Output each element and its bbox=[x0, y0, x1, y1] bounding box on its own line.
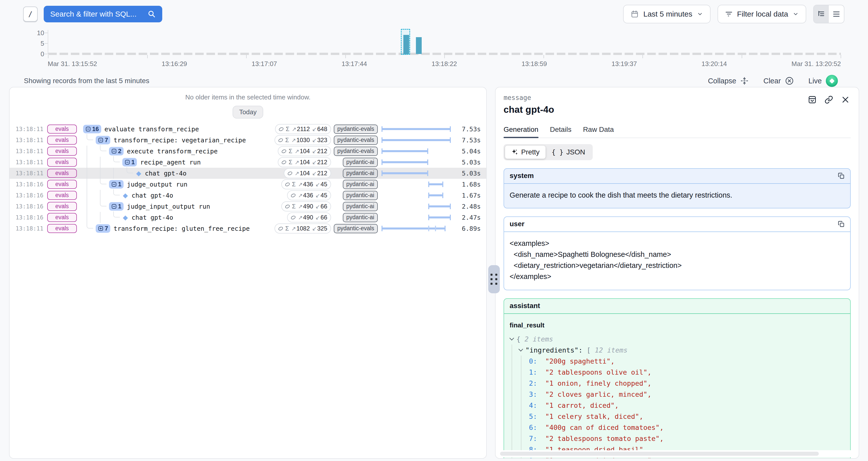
service-badge[interactable]: pydantic-evals bbox=[334, 125, 378, 134]
chart-x-tick-label: 13:18:22 bbox=[432, 60, 457, 68]
evals-tag-badge[interactable]: evals bbox=[47, 135, 77, 145]
token-usage-chip[interactable]: ↗490↙66 bbox=[287, 212, 331, 222]
trace-row[interactable]: 13:18:11evals1recipe_agent runΣ↗104↙212p… bbox=[9, 157, 486, 168]
evals-tag-badge[interactable]: evals bbox=[47, 213, 77, 222]
output-tokens-arrow-icon: ↙ bbox=[315, 214, 320, 221]
waterfall-bar[interactable] bbox=[428, 205, 451, 207]
waterfall-bar[interactable] bbox=[381, 161, 428, 163]
waterfall-bar[interactable] bbox=[381, 150, 428, 152]
chart-y-tick bbox=[45, 33, 48, 33]
trace-row[interactable]: 13:18:16evals◆chat gpt-4o↗490↙66pydantic… bbox=[9, 212, 486, 223]
trace-row[interactable]: 13:18:11evals7transform_recipe: vegetari… bbox=[9, 134, 486, 146]
trace-row[interactable]: 13:18:16evals◆chat gpt-4o↗436↙45pydantic… bbox=[9, 190, 486, 201]
link-icon[interactable] bbox=[825, 95, 833, 104]
chevron-expanded-icon[interactable] bbox=[509, 336, 514, 340]
span-name: transform_recipe: vegetarian_recipe bbox=[114, 136, 246, 144]
token-usage-chip[interactable]: ↗104↙212 bbox=[284, 168, 331, 178]
waterfall-bar[interactable] bbox=[381, 139, 451, 141]
trace-row[interactable]: 13:18:16evals1judge_output runΣ↗436↙45py… bbox=[9, 179, 486, 190]
service-badge[interactable]: pydantic-ai bbox=[343, 169, 378, 178]
token-usage-chip[interactable]: Σ↗2112↙648 bbox=[275, 124, 331, 134]
token-usage-chip[interactable]: ↗436↙45 bbox=[287, 190, 331, 201]
live-toggle[interactable]: Live bbox=[808, 75, 838, 87]
collapse-children-chip[interactable]: 1 bbox=[109, 202, 124, 211]
list-view-toggle[interactable] bbox=[829, 5, 844, 23]
json-colon: : bbox=[579, 346, 587, 354]
service-badge[interactable]: pydantic-ai bbox=[343, 158, 378, 167]
service-badge[interactable]: pydantic-ai bbox=[343, 180, 378, 189]
evals-tag-badge[interactable]: evals bbox=[47, 191, 77, 200]
scrollbar-thumb[interactable] bbox=[500, 452, 819, 456]
evals-tag-badge[interactable]: evals bbox=[47, 125, 77, 133]
tab-details[interactable]: Details bbox=[550, 126, 571, 137]
trace-row[interactable]: 13:18:11evals7transform_recipe: gluten_f… bbox=[9, 223, 486, 234]
json-array-index: 3: bbox=[529, 391, 537, 398]
token-usage-chip[interactable]: Σ↗104↙212 bbox=[278, 157, 331, 167]
trace-row[interactable]: 13:18:11evals◆chat gpt-4o↗104↙212pydanti… bbox=[9, 168, 486, 179]
service-badge[interactable]: pydantic-evals bbox=[334, 224, 378, 233]
copy-icon[interactable] bbox=[838, 220, 845, 227]
panel-resize-handle[interactable] bbox=[488, 265, 500, 293]
service-badge[interactable]: pydantic-evals bbox=[334, 147, 378, 156]
evals-tag-badge[interactable]: evals bbox=[47, 180, 77, 189]
json-toggle-button[interactable]: { } JSON bbox=[546, 146, 591, 159]
chevron-expanded-icon[interactable] bbox=[518, 347, 523, 351]
token-usage-chip[interactable]: Σ↗490↙66 bbox=[281, 202, 331, 211]
row-tag-cell: evals bbox=[47, 125, 83, 133]
sigma-aggregate-icon: Σ bbox=[285, 136, 289, 144]
output-tokens: ↙212 bbox=[312, 148, 327, 155]
collapse-children-chip[interactable]: 7 bbox=[96, 136, 110, 144]
filter-local-data-dropdown[interactable]: Filter local data bbox=[718, 5, 806, 23]
token-usage-chip[interactable]: Σ↗104↙212 bbox=[278, 146, 331, 156]
tree-view-toggle[interactable] bbox=[814, 5, 829, 23]
search-button[interactable]: Search & filter with SQL... bbox=[44, 6, 162, 22]
evals-tag-badge[interactable]: evals bbox=[47, 224, 77, 233]
collapse-children-chip[interactable]: 16 bbox=[83, 125, 101, 133]
close-icon[interactable] bbox=[841, 95, 850, 104]
service-badge[interactable]: pydantic-evals bbox=[334, 135, 378, 145]
json-array-index: 1: bbox=[529, 368, 537, 376]
collapse-button[interactable]: Collapse bbox=[708, 76, 749, 85]
expand-children-chip[interactable]: 7 bbox=[96, 224, 110, 233]
waterfall-bar[interactable] bbox=[428, 216, 451, 218]
service-badge[interactable]: pydantic-ai bbox=[343, 191, 378, 200]
pretty-label: Pretty bbox=[521, 148, 539, 156]
histogram-bar[interactable] bbox=[403, 35, 409, 54]
evals-tag-badge[interactable]: evals bbox=[47, 169, 77, 178]
service-badge[interactable]: pydantic-ai bbox=[343, 213, 378, 222]
waterfall-bar[interactable] bbox=[428, 194, 443, 196]
waterfall-bar[interactable] bbox=[428, 183, 443, 185]
records-histogram[interactable]: 0510 Mar 31. 13:15:5213:16:2913:17:0713:… bbox=[48, 30, 841, 67]
evals-tag-badge[interactable]: evals bbox=[47, 147, 77, 156]
waterfall-bar[interactable] bbox=[381, 128, 451, 130]
span-name: transform_recipe: gluten_free_recipe bbox=[114, 225, 250, 232]
histogram-plot[interactable]: 0510 bbox=[48, 30, 841, 54]
collapse-children-chip[interactable]: 1 bbox=[122, 158, 137, 166]
service-badge[interactable]: pydantic-ai bbox=[343, 202, 378, 211]
tab-generation[interactable]: Generation bbox=[503, 126, 538, 137]
waterfall-bar[interactable] bbox=[381, 172, 428, 174]
sigma-aggregate-icon: Σ bbox=[288, 148, 292, 155]
histogram-bar[interactable] bbox=[416, 37, 422, 54]
token-usage-chip[interactable]: Σ↗436↙45 bbox=[281, 179, 331, 189]
evals-tag-badge[interactable]: evals bbox=[47, 202, 77, 211]
time-range-dropdown[interactable]: Last 5 minutes bbox=[623, 5, 710, 23]
tree-guide-line bbox=[83, 168, 96, 179]
token-usage-chip[interactable]: Σ↗1082↙325 bbox=[275, 223, 331, 234]
collapse-children-chip[interactable]: 2 bbox=[109, 147, 124, 155]
trace-row[interactable]: 13:18:11evals16evaluate transform_recipe… bbox=[9, 124, 486, 134]
copy-icon[interactable] bbox=[838, 172, 845, 179]
pretty-toggle-button[interactable]: Pretty bbox=[505, 146, 546, 159]
clear-button[interactable]: Clear bbox=[763, 76, 794, 85]
trace-row[interactable]: 13:18:16evals1judge_input_output runΣ↗49… bbox=[9, 201, 486, 212]
evals-tag-badge[interactable]: evals bbox=[47, 158, 77, 167]
horizontal-scrollbar[interactable] bbox=[497, 450, 857, 457]
json-ingredients-line[interactable]: "ingredients": [ 12 items bbox=[519, 344, 845, 356]
tab-raw-data[interactable]: Raw Data bbox=[583, 126, 614, 137]
trace-row[interactable]: 13:18:11evals2execute transform_recipeΣ↗… bbox=[9, 146, 486, 157]
collapse-children-chip[interactable]: 1 bbox=[109, 180, 124, 189]
json-array-item: 7: "2 tablespoons tomato paste", bbox=[529, 433, 845, 444]
archive-box-icon[interactable] bbox=[808, 95, 816, 104]
token-usage-chip[interactable]: Σ↗1030↙323 bbox=[275, 135, 331, 145]
json-root-line[interactable]: { 2 items bbox=[509, 333, 845, 344]
